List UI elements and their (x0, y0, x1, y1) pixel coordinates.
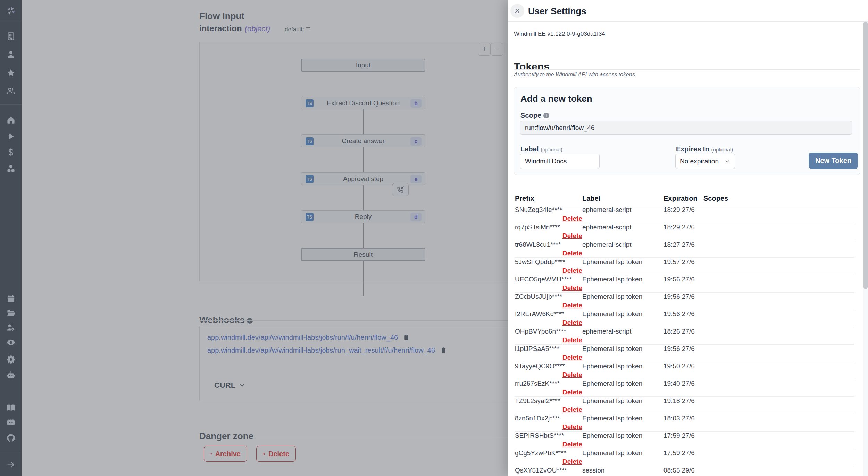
header-prefix: Prefix (515, 195, 582, 203)
table-row: I2RErAW6Kc****Ephemeral lsp token19:56 2… (515, 310, 854, 327)
cell-prefix: 9TayyeQC9O**** (515, 362, 582, 370)
drawer-header: User Settings (508, 0, 868, 22)
cell-expiration: 18:27 27/6 (663, 241, 703, 248)
cell-prefix: UECO5qeWMU**** (515, 276, 582, 283)
cell-prefix: QsXY51ZvOU**** (515, 467, 582, 474)
close-icon (514, 7, 521, 14)
cell-prefix: tr68WL3cu1**** (515, 241, 582, 248)
cell-prefix: 8zn5n1Dx2j**** (515, 415, 582, 422)
cell-expiration: 18:29 27/6 (663, 223, 703, 231)
delete-token-link[interactable]: Delete (562, 319, 582, 327)
cell-label: Ephemeral lsp token (582, 380, 663, 387)
token-table-rows: SNuZeg34Ie****ephemeral-script18:29 27/6… (515, 206, 854, 476)
delete-token-link[interactable]: Delete (562, 406, 582, 413)
header-label: Label (582, 195, 663, 203)
cell-label: Ephemeral lsp token (582, 397, 663, 405)
cell-label: ephemeral-script (582, 328, 663, 335)
cell-label: Ephemeral lsp token (582, 310, 663, 318)
cell-label: session (582, 467, 663, 474)
cell-prefix: OHpBVYpo6n**** (515, 328, 582, 335)
table-row: gCg5YzwPbK****Ephemeral lsp token17:59 2… (515, 449, 854, 466)
token-label-input[interactable] (520, 154, 600, 169)
delete-token-link[interactable]: Delete (562, 388, 582, 396)
cell-prefix: rq7pSTsiMn**** (515, 223, 582, 231)
section-divider (514, 69, 860, 70)
label-label: Label(optional) (520, 145, 562, 153)
cell-expiration: 19:57 27/6 (663, 258, 703, 266)
cell-expiration: 19:50 27/6 (663, 362, 703, 370)
table-row: SNuZeg34Ie****ephemeral-script18:29 27/6… (515, 206, 854, 223)
scope-input[interactable] (520, 121, 852, 135)
tokens-subtitle: Authentify to the Windmill API with acce… (514, 72, 636, 78)
table-row: rru267sEzK****Ephemeral lsp token19:40 2… (515, 379, 854, 397)
cell-label: ephemeral-script (582, 241, 663, 248)
cell-prefix: SEPIRSHbtS**** (515, 432, 582, 440)
cell-expiration: 17:59 27/6 (663, 449, 703, 457)
cell-prefix: gCg5YzwPbK**** (515, 449, 582, 457)
delete-token-link[interactable]: Delete (562, 232, 582, 240)
cell-label: Ephemeral lsp token (582, 362, 663, 370)
cell-prefix: ZCcbUsJUjb**** (515, 293, 582, 301)
table-row: TZ9L2syaf2****Ephemeral lsp token19:18 2… (515, 397, 854, 414)
cell-expiration: 19:56 27/6 (663, 310, 703, 318)
header-scopes: Scopes (703, 195, 830, 203)
new-token-button[interactable]: New Token (809, 153, 858, 169)
header-expiration: Expiration (663, 195, 703, 203)
expires-in-label: Expires In(optional) (676, 145, 733, 153)
token-table-header: Prefix Label Expiration Scopes (515, 195, 854, 203)
cell-label: Ephemeral lsp token (582, 258, 663, 266)
cell-expiration: 18:26 27/6 (663, 328, 703, 335)
delete-token-link[interactable]: Delete (562, 302, 582, 309)
cell-prefix: SNuZeg34Ie**** (515, 206, 582, 214)
info-icon[interactable]: i (543, 113, 549, 118)
cell-expiration: 19:18 27/6 (663, 397, 703, 405)
delete-token-link[interactable]: Delete (562, 423, 582, 431)
cell-expiration: 19:40 27/6 (663, 380, 703, 387)
cell-label: Ephemeral lsp token (582, 276, 663, 283)
table-row: SEPIRSHbtS****Ephemeral lsp token17:59 2… (515, 432, 854, 449)
table-row: QsXY51ZvOU****session08:55 29/6Delete (515, 466, 854, 476)
cell-prefix: 5JwSFQpddp**** (515, 258, 582, 266)
cell-expiration: 17:59 27/6 (663, 432, 703, 440)
table-row: OHpBVYpo6n****ephemeral-script18:26 27/6… (515, 327, 854, 345)
delete-token-link[interactable]: Delete (562, 249, 582, 257)
delete-token-link[interactable]: Delete (562, 215, 582, 222)
table-row: UECO5qeWMU****Ephemeral lsp token19:56 2… (515, 275, 854, 293)
cell-label: Ephemeral lsp token (582, 415, 663, 422)
table-row: ZCcbUsJUjb****Ephemeral lsp token19:56 2… (515, 293, 854, 310)
close-drawer-button[interactable] (510, 4, 524, 18)
cell-prefix: TZ9L2syaf2**** (515, 397, 582, 405)
cell-label: ephemeral-script (582, 223, 663, 231)
cell-prefix: i1piJPSaA5**** (515, 345, 582, 353)
delete-token-link[interactable]: Delete (562, 284, 582, 292)
cell-expiration: 19:56 27/6 (663, 276, 703, 283)
cell-expiration: 19:56 27/6 (663, 345, 703, 353)
delete-token-link[interactable]: Delete (562, 458, 582, 466)
drawer-backdrop[interactable] (0, 0, 508, 476)
drawer-scrollbar[interactable] (863, 22, 868, 476)
chevron-down-icon (724, 158, 731, 164)
table-row: 5JwSFQpddp****Ephemeral lsp token19:57 2… (515, 258, 854, 275)
table-row: i1piJPSaA5****Ephemeral lsp token19:56 2… (515, 345, 854, 362)
add-token-card: Add a new token Scopei Label(optional) E… (514, 87, 860, 175)
delete-token-link[interactable]: Delete (562, 267, 582, 274)
table-row: tr68WL3cu1****ephemeral-script18:27 27/6… (515, 240, 854, 258)
drawer-title: User Settings (528, 6, 586, 17)
delete-token-link[interactable]: Delete (562, 336, 582, 344)
cell-expiration: 19:56 27/6 (663, 293, 703, 301)
table-row: rq7pSTsiMn****ephemeral-script18:29 27/6… (515, 223, 854, 240)
version-text: Windmill EE v1.122.0-9-g03da1f34 (514, 31, 605, 38)
scope-label: Scopei (520, 112, 549, 120)
cell-prefix: I2RErAW6Kc**** (515, 310, 582, 318)
cell-prefix: rru267sEzK**** (515, 380, 582, 387)
cell-label: Ephemeral lsp token (582, 432, 663, 440)
delete-token-link[interactable]: Delete (562, 441, 582, 448)
delete-token-link[interactable]: Delete (562, 371, 582, 379)
windmill-app: Flow Input interaction(object)default: "… (0, 0, 868, 476)
expires-in-select[interactable]: No expiration (675, 154, 735, 169)
table-row: 9TayyeQC9O****Ephemeral lsp token19:50 2… (515, 362, 854, 379)
scrollbar-thumb[interactable] (863, 22, 868, 289)
cell-label: ephemeral-script (582, 206, 663, 214)
delete-token-link[interactable]: Delete (562, 354, 582, 361)
expires-in-value: No expiration (680, 157, 719, 165)
